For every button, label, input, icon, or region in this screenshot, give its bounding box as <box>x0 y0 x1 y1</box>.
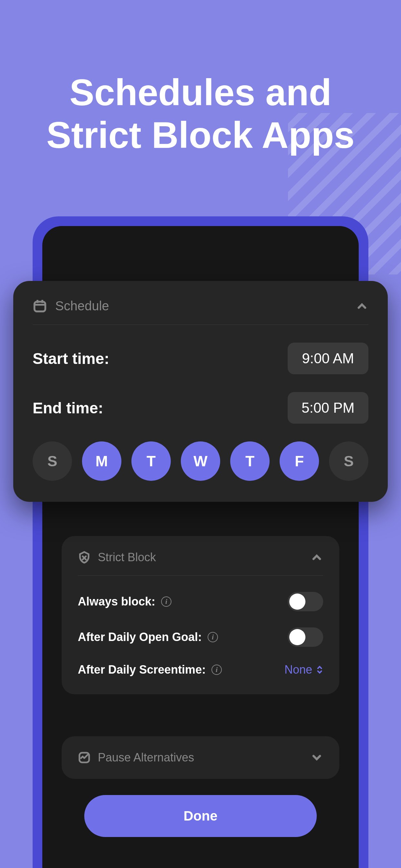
day-sunday[interactable]: S <box>33 441 72 481</box>
always-block-row: Always block: i <box>78 592 323 611</box>
day-thursday[interactable]: T <box>230 441 270 481</box>
end-time-label: End time: <box>33 399 103 417</box>
screentime-value: None <box>284 663 312 677</box>
info-icon[interactable]: i <box>208 632 218 642</box>
end-time-value[interactable]: 5:00 PM <box>288 392 368 424</box>
daily-open-goal-row: After Daily Open Goal: i <box>78 627 323 647</box>
chevron-down-icon <box>310 751 323 764</box>
hero-title-line1: Schedules and <box>0 71 401 114</box>
start-time-value[interactable]: 9:00 AM <box>288 343 368 374</box>
hero-title-line2: Strict Block Apps <box>0 114 401 156</box>
schedule-header[interactable]: Schedule <box>33 299 368 325</box>
shield-icon <box>78 551 91 564</box>
always-block-toggle[interactable] <box>288 592 323 611</box>
end-time-row: End time: 5:00 PM <box>33 392 368 424</box>
strict-block-card: Strict Block Always block: i After Daily… <box>62 536 339 694</box>
day-wednesday[interactable]: W <box>181 441 220 481</box>
strict-block-title: Strict Block <box>98 551 156 564</box>
pause-alternatives-title: Pause Alternatives <box>98 751 194 764</box>
schedule-title: Schedule <box>55 299 109 313</box>
daily-screentime-label: After Daily Screentime: <box>78 663 206 677</box>
svg-rect-1 <box>35 302 45 311</box>
screentime-select[interactable]: None <box>284 663 323 677</box>
done-button-label: Done <box>184 808 218 824</box>
updown-icon <box>316 665 323 674</box>
info-icon[interactable]: i <box>161 596 172 607</box>
done-button[interactable]: Done <box>84 795 317 837</box>
days-of-week: SMTWTFS <box>33 441 368 481</box>
daily-open-goal-toggle[interactable] <box>288 627 323 647</box>
schedule-card: Schedule Start time: 9:00 AM End time: 5… <box>13 281 388 502</box>
day-monday[interactable]: M <box>82 441 121 481</box>
always-block-label: Always block: <box>78 595 155 609</box>
info-icon[interactable]: i <box>212 664 222 675</box>
day-tuesday[interactable]: T <box>131 441 171 481</box>
day-saturday[interactable]: S <box>329 441 368 481</box>
chevron-up-icon <box>356 300 368 313</box>
daily-screentime-row: After Daily Screentime: i None <box>78 663 323 677</box>
strict-block-header[interactable]: Strict Block <box>78 551 323 576</box>
start-time-row: Start time: 9:00 AM <box>33 343 368 374</box>
calendar-icon <box>33 299 47 313</box>
daily-open-goal-label: After Daily Open Goal: <box>78 630 202 644</box>
start-time-label: Start time: <box>33 350 109 368</box>
activity-icon <box>78 751 91 764</box>
hero-title: Schedules and Strict Block Apps <box>0 71 401 157</box>
chevron-up-icon <box>310 551 323 564</box>
day-friday[interactable]: F <box>280 441 319 481</box>
pause-alternatives-card[interactable]: Pause Alternatives <box>62 736 339 779</box>
